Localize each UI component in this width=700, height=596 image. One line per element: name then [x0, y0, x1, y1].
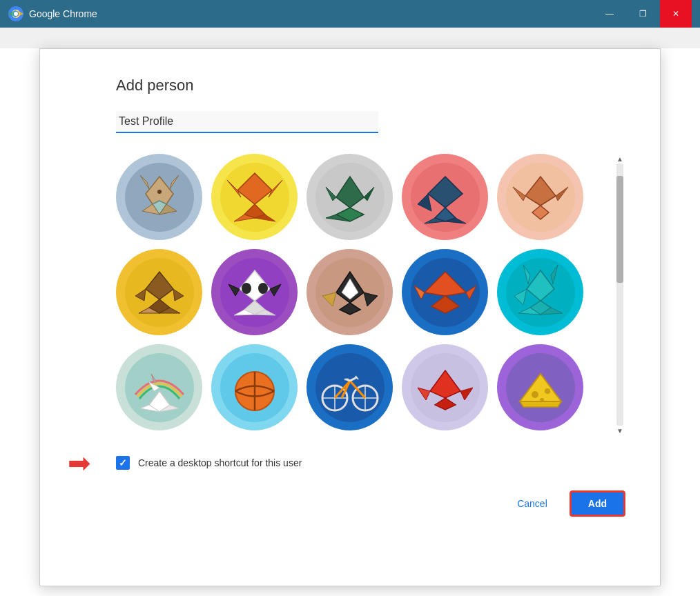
- avatar-bird-blue[interactable]: [402, 249, 488, 335]
- avatar-cat[interactable]: [116, 154, 202, 240]
- avatar-bicycle[interactable]: [307, 344, 393, 430]
- svg-point-47: [242, 283, 251, 294]
- scroll-up-button[interactable]: ▲: [615, 154, 625, 163]
- checkbox-row: ➡ Create a desktop shortcut for this use…: [116, 456, 625, 470]
- titlebar-title: Google Chrome: [29, 8, 97, 19]
- chrome-logo-icon: [8, 6, 23, 21]
- maximize-button[interactable]: ❐: [627, 0, 659, 28]
- scroll-down-button[interactable]: ▼: [615, 426, 625, 435]
- avatar-elephant[interactable]: [402, 154, 488, 240]
- button-row: Cancel Add: [116, 490, 625, 517]
- avatar-fox[interactable]: [211, 154, 298, 240]
- avatar-cheese[interactable]: [497, 344, 583, 430]
- svg-point-80: [315, 353, 385, 422]
- svg-point-3: [14, 12, 18, 16]
- arrow-indicator: ➡: [68, 447, 91, 479]
- titlebar-controls: — ❐ ✕: [594, 0, 692, 28]
- svg-point-11: [157, 190, 162, 194]
- scroll-thumb[interactable]: [616, 176, 623, 283]
- minimize-button[interactable]: —: [594, 0, 625, 28]
- close-button[interactable]: ✕: [660, 0, 692, 28]
- avatar-dragon[interactable]: [307, 154, 393, 240]
- avatar-grid: [116, 154, 604, 435]
- svg-point-102: [532, 391, 538, 398]
- avatar-bull[interactable]: [497, 154, 583, 240]
- add-button[interactable]: Add: [570, 490, 625, 517]
- avatar-basketball[interactable]: [211, 344, 298, 430]
- scroll-track: [616, 163, 623, 426]
- avatar-red-bird[interactable]: [402, 344, 488, 430]
- avatars-section: ▲ ▼: [116, 154, 625, 435]
- avatar-rabbit[interactable]: [497, 249, 583, 335]
- svg-point-48: [258, 283, 268, 294]
- scrollbar: ▲ ▼: [614, 154, 625, 435]
- avatar-panda[interactable]: [211, 249, 298, 335]
- svg-point-104: [540, 398, 544, 402]
- avatar-monkey[interactable]: [116, 249, 202, 335]
- svg-point-103: [545, 388, 550, 394]
- desktop-shortcut-checkbox[interactable]: [116, 456, 130, 470]
- dialog-container: Add person: [39, 48, 661, 586]
- titlebar: Google Chrome — ❐ ✕: [0, 0, 700, 28]
- titlebar-left: Google Chrome: [8, 6, 97, 21]
- avatar-penguin[interactable]: [307, 249, 393, 335]
- avatar-unicorn[interactable]: [116, 344, 202, 430]
- dialog-title: Add person: [116, 77, 625, 95]
- cancel-button[interactable]: Cancel: [503, 490, 561, 517]
- svg-marker-101: [520, 401, 561, 407]
- desktop-shortcut-label: Create a desktop shortcut for this user: [138, 457, 302, 468]
- profile-name-input[interactable]: [116, 111, 378, 133]
